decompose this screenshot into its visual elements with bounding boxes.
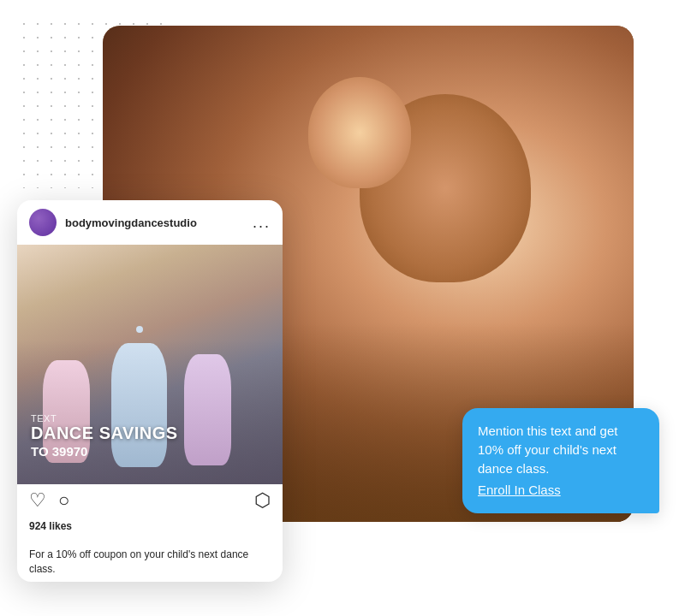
ig-avatar xyxy=(29,209,57,236)
ig-image-overlay-text: TEXT DANCE SAVINGS TO 39970 xyxy=(31,413,178,459)
enroll-class-link[interactable]: Enroll In Class xyxy=(478,481,561,500)
ig-comment-icon[interactable]: ○ xyxy=(58,489,69,512)
ig-options-dots[interactable]: ... xyxy=(253,215,271,230)
ig-overlay-number: TO 39970 xyxy=(31,444,178,459)
ig-footer-left: ♡ ○ xyxy=(29,489,69,512)
ig-likes-count: 924 likes xyxy=(17,520,283,539)
ig-heart-icon[interactable]: ♡ xyxy=(29,489,46,512)
ig-bookmark-icon[interactable]: ⬡ xyxy=(254,489,271,512)
instagram-card: bodymovingdancestudio ... TEXT DANCE SAV… xyxy=(17,200,283,582)
dancer-3 xyxy=(184,354,231,465)
ig-post-image: TEXT DANCE SAVINGS TO 39970 xyxy=(17,245,283,484)
ig-post-caption: For a 10% off coupon on your child's nex… xyxy=(17,539,283,582)
ig-card-footer: ♡ ○ ⬡ xyxy=(17,484,283,520)
sms-message-text: Mention this text and get 10% off your c… xyxy=(478,424,617,476)
ig-overlay-big: DANCE SAVINGS xyxy=(31,424,178,442)
ig-username: bodymovingdancestudio xyxy=(65,216,253,229)
sms-chat-bubble: Mention this text and get 10% off your c… xyxy=(462,408,659,513)
ig-card-header: bodymovingdancestudio ... xyxy=(17,200,283,245)
ig-overlay-small: TEXT xyxy=(31,413,178,424)
